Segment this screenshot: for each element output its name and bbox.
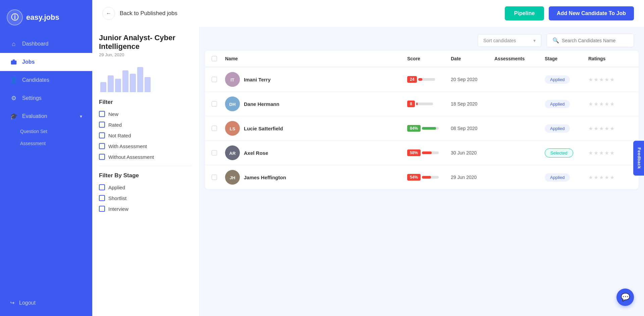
logo-icon: ⓘ (7, 9, 23, 25)
stage-5: Applied (545, 173, 588, 182)
star-4-2[interactable]: ★ (594, 150, 598, 156)
row-checkbox-2[interactable] (212, 101, 225, 107)
star-4-5[interactable]: ★ (610, 150, 614, 156)
select-all-checkbox[interactable] (212, 56, 217, 61)
filter-checkbox-applied[interactable] (99, 184, 105, 190)
sidebar-label-settings: Settings (22, 95, 42, 101)
star-1-5[interactable]: ★ (610, 76, 614, 83)
star-4-3[interactable]: ★ (599, 150, 604, 156)
filter-item-shortlist[interactable]: Shortlist (99, 195, 193, 201)
star-1-3[interactable]: ★ (599, 76, 604, 83)
header-right: Pipeline Add New Candidate To Job (505, 6, 634, 20)
star-2-1[interactable]: ★ (588, 101, 593, 107)
filter-checkbox-without-assessment[interactable] (99, 154, 105, 160)
row-checkbox-3[interactable] (212, 126, 225, 131)
sidebar-item-dashboard[interactable]: ⌂ Dashboard (0, 35, 92, 53)
svg-text:LS: LS (230, 126, 235, 131)
filter-item-interview[interactable]: Interview (99, 206, 193, 212)
star-1-4[interactable]: ★ (604, 76, 609, 83)
star-5-4[interactable]: ★ (604, 174, 609, 181)
chart-bar-2 (108, 75, 114, 92)
filter-item-without-assessment[interactable]: Without Assessment (99, 154, 193, 160)
filter-item-applied[interactable]: Applied (99, 184, 193, 190)
filter-item-new[interactable]: New (99, 111, 193, 117)
filter-item-rated[interactable]: Rated (99, 122, 193, 128)
star-4-4[interactable]: ★ (604, 150, 609, 156)
stars-3[interactable]: ★ ★ ★ ★ ★ (588, 125, 632, 132)
filter-item-with-assessment[interactable]: With Assessment (99, 143, 193, 149)
sidebar-item-settings[interactable]: ⚙ Settings (0, 89, 92, 107)
sidebar-item-evaluation[interactable]: 🎓 Evaluation ▾ (0, 107, 92, 125)
filter-label-new: New (108, 111, 118, 117)
star-4-1[interactable]: ★ (588, 150, 593, 156)
score-fill-5 (422, 176, 431, 179)
candidate-info-1: IT Imani Terry (225, 72, 407, 87)
sidebar-label-candidates: Candidates (22, 77, 49, 83)
feedback-tab[interactable]: Feedback (634, 141, 644, 176)
stage-badge-4: Selected (545, 148, 573, 157)
logo-area: ⓘ easy.jobs (0, 0, 92, 35)
filter-label-applied: Applied (108, 185, 125, 190)
filter-checkbox-rated[interactable] (99, 122, 105, 128)
svg-text:DH: DH (229, 102, 236, 107)
stars-1[interactable]: ★ ★ ★ ★ ★ (588, 76, 632, 83)
star-5-1[interactable]: ★ (588, 174, 593, 181)
chart-bar-1 (100, 82, 106, 92)
header: ← Back to Published jobs Pipeline Add Ne… (92, 0, 644, 27)
score-3: 84% (407, 125, 451, 132)
filter-checkbox-not-rated[interactable] (99, 132, 105, 138)
sidebar-item-candidates[interactable]: 👤 Candidates (0, 71, 92, 89)
score-tag-1: 24 (407, 76, 417, 83)
star-3-2[interactable]: ★ (594, 125, 598, 132)
star-2-3[interactable]: ★ (599, 101, 604, 107)
header-left: ← Back to Published jobs (102, 7, 177, 20)
sidebar-subitem-assessment[interactable]: Assessment (0, 137, 92, 149)
star-5-2[interactable]: ★ (594, 174, 598, 181)
candidate-name-3: Lucie Satterfield (244, 126, 283, 131)
stars-2[interactable]: ★ ★ ★ ★ ★ (588, 101, 632, 107)
star-3-5[interactable]: ★ (610, 125, 614, 132)
svg-text:IT: IT (230, 77, 234, 82)
star-1-2[interactable]: ★ (594, 76, 598, 83)
star-2-4[interactable]: ★ (604, 101, 609, 107)
main-content: ← Back to Published jobs Pipeline Add Ne… (92, 0, 644, 316)
content-area: Junior Analyst- Cyber Intelligence 29 Ju… (92, 27, 644, 316)
sidebar-subitem-question-set[interactable]: Question Set (0, 125, 92, 137)
star-5-3[interactable]: ★ (599, 174, 604, 181)
search-box: 🔍 (547, 34, 634, 47)
add-candidate-button[interactable]: Add New Candidate To Job (549, 6, 634, 20)
pipeline-button[interactable]: Pipeline (505, 6, 544, 20)
score-2: 8 (407, 101, 451, 107)
filter-checkbox-shortlist[interactable] (99, 195, 105, 201)
table-row: LS Lucie Satterfield 84% 08 Sep 2020 App… (205, 116, 639, 141)
stars-5[interactable]: ★ ★ ★ ★ ★ (588, 174, 632, 181)
star-3-3[interactable]: ★ (599, 125, 604, 132)
row-checkbox-1[interactable] (212, 77, 225, 82)
stars-4[interactable]: ★ ★ ★ ★ ★ (588, 150, 632, 156)
score-fill-3 (422, 127, 436, 130)
star-5-5[interactable]: ★ (610, 174, 614, 181)
search-input[interactable] (562, 38, 628, 43)
svg-text:JH: JH (230, 175, 235, 180)
star-2-2[interactable]: ★ (594, 101, 598, 107)
settings-icon: ⚙ (10, 94, 17, 102)
row-checkbox-5[interactable] (212, 175, 225, 180)
filter-checkbox-with-assessment[interactable] (99, 143, 105, 149)
star-3-1[interactable]: ★ (588, 125, 593, 132)
chart-bar-6 (137, 67, 143, 92)
home-icon: ⌂ (10, 40, 17, 48)
logout-button[interactable]: ↪ Logout (10, 296, 82, 309)
filter-item-not-rated[interactable]: Not Rated (99, 132, 193, 138)
filter-checkbox-new[interactable] (99, 111, 105, 117)
sidebar-item-jobs[interactable]: Jobs (0, 53, 92, 71)
star-3-4[interactable]: ★ (604, 125, 609, 132)
star-2-5[interactable]: ★ (610, 101, 614, 107)
row-checkbox-4[interactable] (212, 150, 225, 155)
sort-label: Sort candidates (483, 38, 516, 43)
star-1-1[interactable]: ★ (588, 76, 593, 83)
back-button[interactable]: ← (102, 7, 115, 20)
chat-button[interactable]: 💬 (616, 289, 634, 306)
search-icon: 🔍 (552, 37, 559, 44)
filter-checkbox-interview[interactable] (99, 206, 105, 212)
sort-dropdown[interactable]: Sort candidates ▾ (478, 34, 541, 47)
